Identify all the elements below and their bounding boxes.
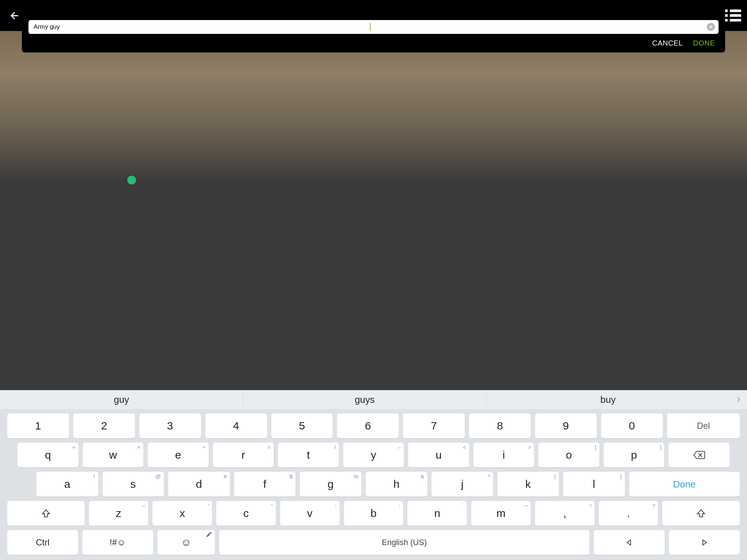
suggestion-bar: guy guys buy xyxy=(0,390,747,409)
key-0[interactable]: 0 xyxy=(601,413,663,438)
text-cursor xyxy=(370,23,371,31)
tag-input-panel: CANCEL DONE xyxy=(22,20,725,52)
key-l[interactable]: l) xyxy=(563,472,625,497)
tag-text-field[interactable] xyxy=(28,20,719,34)
key-comma[interactable]: ,! xyxy=(535,501,595,526)
key-a[interactable]: a! xyxy=(36,472,98,497)
key-g[interactable]: g% xyxy=(300,472,361,497)
shift-icon xyxy=(41,509,51,518)
key-cursor-right[interactable] xyxy=(669,530,740,555)
arrow-left-icon xyxy=(9,11,19,21)
soft-keyboard: guy guys buy 1 2 3 4 5 6 7 8 9 0 Del q+ … xyxy=(0,390,747,560)
key-done[interactable]: Done xyxy=(629,472,740,497)
chevron-right-icon xyxy=(735,396,742,403)
key-x[interactable]: x' xyxy=(152,501,212,526)
tag-marker[interactable] xyxy=(128,176,136,184)
cancel-button[interactable]: CANCEL xyxy=(652,39,683,47)
key-shift-right[interactable] xyxy=(662,501,740,526)
key-row-asdf: a! s@ d# f$ g% h& j* k( l) Done xyxy=(0,472,747,497)
key-m[interactable]: m~ xyxy=(471,501,531,526)
key-ctrl[interactable]: Ctrl xyxy=(7,530,78,555)
key-6[interactable]: 6 xyxy=(337,413,399,438)
triangle-left-icon xyxy=(626,539,633,546)
key-period[interactable]: .? xyxy=(599,501,658,526)
emoji-icon: ☺ xyxy=(181,537,191,548)
key-8[interactable]: 8 xyxy=(469,413,531,438)
key-d[interactable]: d# xyxy=(168,472,230,497)
key-h[interactable]: h& xyxy=(366,472,427,497)
photo-viewport[interactable] xyxy=(0,0,747,390)
key-e[interactable]: e÷ xyxy=(148,443,209,467)
key-cursor-left[interactable] xyxy=(594,530,665,555)
key-space[interactable]: English (US) xyxy=(219,530,590,555)
key-t[interactable]: t/ xyxy=(278,443,339,467)
key-row-bottom: Ctrl !#☺ ☺ 🎤 English (US) xyxy=(0,530,747,555)
suggestion-3[interactable]: buy xyxy=(487,394,729,405)
key-r[interactable]: r= xyxy=(213,443,274,467)
key-emoji[interactable]: ☺ 🎤 xyxy=(158,530,215,555)
key-c[interactable]: c" xyxy=(216,501,276,526)
key-1[interactable]: 1 xyxy=(7,413,69,438)
backspace-icon xyxy=(693,451,705,459)
triangle-right-icon xyxy=(701,539,708,546)
list-menu-button[interactable] xyxy=(725,8,741,24)
key-2[interactable]: 2 xyxy=(73,413,135,438)
key-o[interactable]: o[ xyxy=(538,443,599,467)
key-row-zxcv: z– x' c" v: b; n` m~ ,! .? xyxy=(0,501,747,526)
key-9[interactable]: 9 xyxy=(535,413,597,438)
clear-input-button[interactable] xyxy=(707,23,715,31)
key-3[interactable]: 3 xyxy=(139,413,201,438)
mic-icon: 🎤 xyxy=(206,532,212,537)
key-5[interactable]: 5 xyxy=(271,413,333,438)
shift-icon xyxy=(696,509,706,518)
key-p[interactable]: p] xyxy=(604,443,665,467)
key-v[interactable]: v: xyxy=(280,501,340,526)
key-i[interactable]: i> xyxy=(473,443,534,467)
key-symbols[interactable]: !#☺ xyxy=(82,530,153,555)
key-n[interactable]: n` xyxy=(407,501,467,526)
key-w[interactable]: w× xyxy=(83,443,144,467)
key-7[interactable]: 7 xyxy=(403,413,465,438)
list-menu-icon xyxy=(725,9,741,12)
key-shift-left[interactable] xyxy=(7,501,85,526)
suggestion-2[interactable]: guys xyxy=(243,394,486,405)
key-k[interactable]: k( xyxy=(498,472,559,497)
key-q[interactable]: q+ xyxy=(18,443,78,467)
key-f[interactable]: f$ xyxy=(234,472,296,497)
key-b[interactable]: b; xyxy=(344,501,403,526)
key-4[interactable]: 4 xyxy=(205,413,267,438)
key-u[interactable]: u< xyxy=(408,443,469,467)
key-y[interactable]: y– xyxy=(343,443,404,467)
key-s[interactable]: s@ xyxy=(102,472,164,497)
panel-actions: CANCEL DONE xyxy=(22,34,725,52)
key-j[interactable]: j* xyxy=(431,472,493,497)
suggestion-1[interactable]: guy xyxy=(0,394,243,405)
close-icon xyxy=(709,25,713,29)
done-button[interactable]: DONE xyxy=(693,39,715,47)
back-button[interactable] xyxy=(6,8,22,24)
tag-input[interactable] xyxy=(34,23,370,31)
key-backspace[interactable] xyxy=(669,443,729,467)
key-del[interactable]: Del xyxy=(667,413,740,438)
key-row-numbers: 1 2 3 4 5 6 7 8 9 0 Del xyxy=(0,413,747,438)
more-suggestions-button[interactable] xyxy=(729,396,747,403)
key-z[interactable]: z– xyxy=(89,501,148,526)
key-row-qwerty: q+ w× e÷ r= t/ y– u< i> o[ p] xyxy=(0,443,747,467)
